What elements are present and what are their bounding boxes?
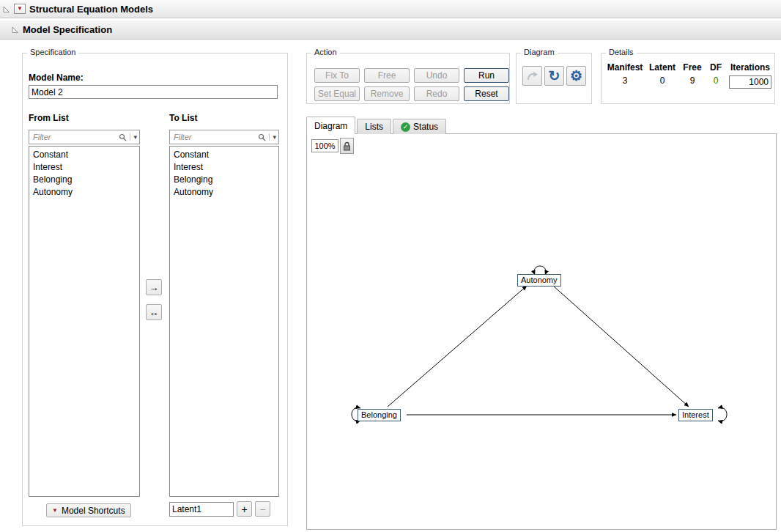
- node-belonging[interactable]: Belonging: [358, 409, 401, 421]
- zoom-level[interactable]: 100%: [311, 139, 338, 152]
- status-check-icon: ✓: [401, 122, 410, 132]
- free-button[interactable]: Free: [364, 68, 410, 83]
- to-list[interactable]: Constant Interest Belonging Autonomy: [169, 146, 279, 497]
- details-legend: Details: [606, 48, 637, 56]
- model-name-label: Model Name:: [29, 73, 84, 83]
- section-title: Model Specification: [23, 24, 112, 35]
- tab-lists[interactable]: Lists: [357, 119, 391, 134]
- variance-loop-interest[interactable]: [718, 407, 727, 421]
- search-icon: [119, 133, 127, 141]
- from-list[interactable]: Constant Interest Belonging Autonomy: [29, 146, 140, 497]
- action-buttons: Fix To Free Undo Run Set Equal Remove Re…: [314, 68, 509, 101]
- list-item[interactable]: Constant: [29, 149, 139, 161]
- diagram-legend: Diagram: [521, 48, 558, 56]
- to-list-label: To List: [169, 113, 197, 123]
- list-item[interactable]: Belonging: [170, 174, 278, 186]
- outline-header-main: ▼ Structural Equation Models: [0, 0, 781, 18]
- tab-diagram-label: Diagram: [314, 118, 347, 134]
- details-panel: Details Manifest 3 Latent 0 Free 9 DF 0 …: [601, 53, 775, 104]
- refresh-layout-button[interactable]: ↻: [544, 66, 564, 86]
- model-shortcuts-label: Model Shortcuts: [62, 506, 125, 516]
- diagram-settings-button[interactable]: ⚙: [566, 66, 586, 86]
- search-icon: [258, 133, 266, 141]
- red-triangle-icon: ▼: [17, 6, 23, 12]
- diagram-controls-panel: Diagram ↻ ⚙: [516, 53, 592, 104]
- action-panel: Action Fix To Free Undo Run Set Equal Re…: [306, 53, 510, 104]
- manifest-value: 3: [623, 75, 628, 86]
- path-diagram-edges: [307, 134, 777, 531]
- curved-arrow-icon: [526, 70, 538, 82]
- list-item[interactable]: Autonomy: [170, 186, 278, 199]
- add-two-way-path-button[interactable]: ↔: [146, 304, 162, 320]
- from-list-label: From List: [29, 113, 69, 123]
- model-shortcuts-button[interactable]: ▼ Model Shortcuts: [46, 503, 131, 517]
- tab-lists-label: Lists: [365, 120, 383, 134]
- to-list-filter: ▾: [169, 130, 279, 144]
- tab-bar: Diagram Lists ✓ Status: [306, 117, 448, 134]
- df-value: 0: [714, 75, 719, 86]
- window-title: Structural Equation Models: [29, 4, 153, 15]
- tab-status-label: Status: [413, 120, 438, 134]
- list-item[interactable]: Interest: [170, 161, 278, 174]
- run-button[interactable]: Run: [464, 68, 509, 83]
- iterations-input[interactable]: [729, 75, 771, 89]
- undo-button[interactable]: Undo: [414, 68, 459, 83]
- df-label: DF: [710, 62, 722, 73]
- gear-icon: ⚙: [570, 69, 582, 83]
- disclosure-icon[interactable]: [11, 26, 19, 34]
- from-list-filter: ▾: [29, 130, 140, 144]
- manifest-label: Manifest: [607, 62, 643, 73]
- diagram-canvas[interactable]: 100% Autonomy Belonging Interest: [306, 133, 777, 530]
- set-equal-button[interactable]: Set Equal: [314, 86, 360, 101]
- add-latent-button[interactable]: +: [237, 501, 252, 517]
- latent-label: Latent: [649, 62, 675, 73]
- lock-zoom-button[interactable]: [340, 138, 354, 154]
- list-item[interactable]: Interest: [29, 161, 139, 174]
- list-item[interactable]: Autonomy: [29, 186, 139, 199]
- lock-icon: [343, 141, 351, 151]
- redo-button[interactable]: Redo: [414, 86, 459, 101]
- remove-latent-button[interactable]: −: [255, 501, 270, 517]
- list-item[interactable]: Belonging: [29, 174, 139, 186]
- to-filter-input[interactable]: [172, 132, 258, 142]
- fix-to-button[interactable]: Fix To: [314, 68, 360, 83]
- disclosure-icon[interactable]: [2, 5, 10, 13]
- refresh-icon: ↻: [549, 69, 560, 83]
- outline-header-model-specification: Model Specification: [0, 21, 781, 40]
- edge-belonging-autonomy[interactable]: [388, 286, 527, 407]
- specification-panel: Specification Model Name: From List To L…: [22, 53, 288, 526]
- reset-button[interactable]: Reset: [464, 86, 509, 101]
- action-legend: Action: [311, 48, 340, 56]
- from-filter-input[interactable]: [32, 132, 119, 142]
- node-autonomy[interactable]: Autonomy: [517, 274, 561, 287]
- remove-button[interactable]: Remove: [364, 86, 410, 101]
- model-name-input[interactable]: [29, 85, 278, 99]
- red-triangle-menu[interactable]: ▼: [14, 4, 26, 14]
- red-triangle-icon: ▼: [52, 508, 58, 514]
- tab-diagram[interactable]: Diagram: [306, 117, 355, 134]
- tab-status[interactable]: ✓ Status: [393, 119, 446, 134]
- free-value: 9: [690, 75, 695, 86]
- filter-dropdown-icon[interactable]: ▾: [269, 133, 276, 141]
- node-interest[interactable]: Interest: [678, 409, 713, 421]
- specification-legend: Specification: [27, 48, 78, 56]
- list-item[interactable]: Constant: [170, 149, 278, 161]
- filter-dropdown-icon[interactable]: ▾: [130, 133, 137, 141]
- latent-value: 0: [660, 75, 665, 86]
- iterations-label: Iterations: [730, 62, 770, 73]
- free-label: Free: [683, 62, 701, 73]
- add-one-way-path-button[interactable]: →: [146, 279, 162, 295]
- curved-arrow-button[interactable]: [522, 66, 542, 86]
- edge-autonomy-interest[interactable]: [553, 286, 689, 407]
- latent-name-input[interactable]: [169, 502, 234, 517]
